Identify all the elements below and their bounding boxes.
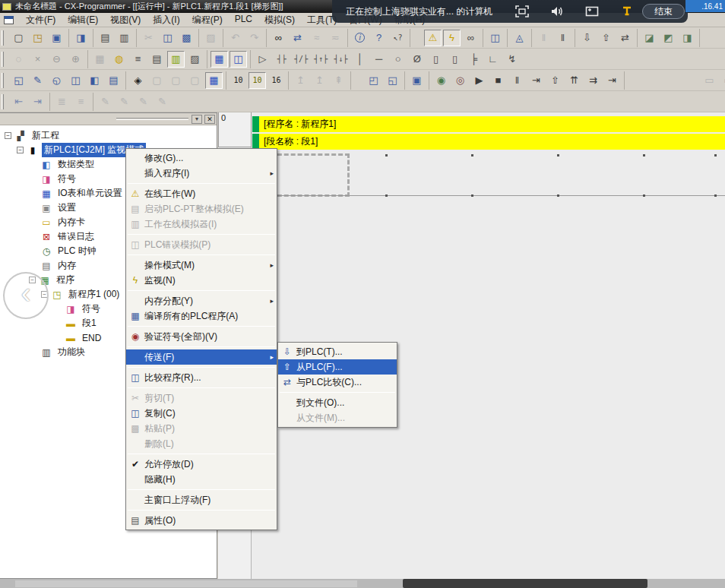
- step-over-button[interactable]: ⇈: [565, 72, 583, 89]
- address-reference-button[interactable]: ⇄: [289, 30, 306, 46]
- menu-view[interactable]: 视图(V): [104, 12, 147, 28]
- submenu-from-plc[interactable]: ⇧从PLC(F)...: [278, 359, 397, 375]
- find-button[interactable]: ∞: [270, 30, 287, 46]
- tree-expander-icon[interactable]: −: [17, 147, 24, 153]
- paste-button[interactable]: ▩: [178, 30, 195, 46]
- monitor-signed-decimal-button[interactable]: 10: [249, 72, 266, 89]
- local-symbols-button[interactable]: ▥: [167, 51, 185, 68]
- menu-file[interactable]: 文件(F): [20, 12, 62, 28]
- zoom-in-button[interactable]: ⊕: [67, 51, 84, 68]
- tree-expander-icon[interactable]: −: [5, 132, 11, 139]
- context-allow-docking[interactable]: ✔允许停放(D): [126, 457, 277, 472]
- end-remote-button[interactable]: 结束: [642, 4, 685, 19]
- io-comment-button[interactable]: ▤: [148, 51, 166, 68]
- compare-with-plc-toolbar-button[interactable]: ⇄: [616, 30, 634, 46]
- menu-program[interactable]: 编程(P): [186, 12, 229, 28]
- double-window-button[interactable]: ◫: [67, 72, 84, 89]
- submenu-compare-with-plc[interactable]: ⇄与PLC比较(C)...: [278, 375, 397, 390]
- monitor-decimal-button[interactable]: 10: [230, 72, 247, 89]
- work-online-simulator-toolbar-button[interactable]: ◬: [511, 30, 528, 46]
- context-work-online[interactable]: ⚠在线工作(W): [126, 186, 277, 201]
- menu-simulation[interactable]: 模拟(S): [258, 12, 301, 28]
- step-into-button[interactable]: ⇧: [546, 72, 564, 89]
- rung-numbers-button[interactable]: ▨: [186, 51, 204, 68]
- fullscreen-icon[interactable]: [514, 5, 530, 18]
- new-file-button[interactable]: ▢: [10, 30, 27, 46]
- ct-view-button[interactable]: ◫: [230, 51, 247, 68]
- taskbar-segment-dark[interactable]: [403, 579, 647, 588]
- pause-simulator-button[interactable]: ◉: [432, 72, 450, 89]
- copy-button[interactable]: ◫: [159, 30, 176, 46]
- run-to-end-button[interactable]: ⇥: [603, 72, 621, 89]
- window-properties-button[interactable]: ▤: [105, 72, 122, 89]
- context-hide[interactable]: 隐藏(H): [126, 472, 277, 487]
- send-changes-button[interactable]: ◩: [660, 30, 677, 46]
- coil-closed-button[interactable]: Ø: [408, 51, 426, 68]
- symbol-table-button[interactable]: ◍: [110, 51, 128, 68]
- context-insert-program[interactable]: 插入程序(I)▸: [126, 166, 277, 181]
- stop-button[interactable]: ■: [489, 72, 507, 89]
- contact-down-button[interactable]: ┤↓├: [331, 51, 350, 68]
- fb-invoke-button[interactable]: ╞: [465, 51, 483, 68]
- about-button[interactable]: i: [351, 30, 369, 46]
- sound-icon[interactable]: [549, 5, 565, 18]
- context-memory-allocation[interactable]: 内存分配(Y)▸: [126, 293, 277, 308]
- online-simulator-button[interactable]: ◫: [486, 30, 504, 46]
- menu-edit[interactable]: 编辑(E): [62, 12, 104, 28]
- tools-icon[interactable]: [619, 5, 635, 18]
- rung-comment-button[interactable]: ≡: [129, 51, 147, 68]
- print-button[interactable]: ▤: [97, 30, 114, 46]
- context-compile-all-plc-programs[interactable]: ▦编译所有的PLC程序(A): [126, 308, 277, 324]
- io-table-window-button[interactable]: ▦: [205, 72, 223, 89]
- monitor-hex-button[interactable]: 16: [268, 72, 285, 89]
- context-transfer[interactable]: 传送(F)▸: [126, 349, 277, 365]
- views-table-button[interactable]: ▦: [211, 51, 228, 68]
- context-float-in-main-window[interactable]: 主窗口上浮动(F): [126, 492, 277, 507]
- continuous-step-button[interactable]: ⇉: [584, 72, 602, 89]
- save-window-data-button[interactable]: ◰: [365, 72, 382, 89]
- new-window-button[interactable]: ◱: [10, 72, 27, 89]
- scan-run-button[interactable]: ◎: [451, 72, 469, 89]
- zoom-out-button[interactable]: ⊖: [48, 51, 65, 68]
- select-mode-button[interactable]: ▷: [254, 51, 271, 68]
- pause-simulation-button[interactable]: ‖: [508, 72, 526, 89]
- work-online-toolbar-button[interactable]: ⚠: [424, 30, 442, 46]
- context-monitor[interactable]: ϟ监视(N): [126, 273, 277, 288]
- contact-up-button[interactable]: ┤↑├: [312, 51, 330, 68]
- context-verify-symbols-all[interactable]: ◉验证符号(全部)(V): [126, 329, 277, 344]
- print-preview-button[interactable]: ▥: [116, 30, 133, 46]
- zoom-select-button[interactable]: ◌: [10, 51, 27, 68]
- instruction-button[interactable]: ▯: [427, 51, 445, 68]
- step-run-button[interactable]: ⇥: [527, 72, 545, 89]
- tree-item-new-project[interactable]: −▞新工程: [0, 128, 217, 143]
- window-icon[interactable]: [584, 5, 600, 18]
- menu-plc[interactable]: PLC: [229, 12, 258, 28]
- horizontal-line-button[interactable]: ─: [370, 51, 388, 68]
- connect-line-button[interactable]: ∟: [484, 51, 502, 68]
- download-to-plc-button[interactable]: ⇩: [578, 30, 596, 46]
- split-window-button[interactable]: ◧: [86, 72, 103, 89]
- simulator-settings-button[interactable]: ▣: [408, 72, 426, 89]
- help-button[interactable]: ?: [370, 30, 388, 46]
- edit-window-button[interactable]: ✎: [29, 72, 46, 89]
- release-online-edit-button[interactable]: ◨: [679, 30, 696, 46]
- grid-toggle-button[interactable]: ▦: [91, 51, 109, 68]
- tree-combo-button[interactable]: ▾: [192, 115, 202, 124]
- menu-insert[interactable]: 插入(I): [147, 12, 185, 28]
- context-modify[interactable]: 修改(G)...: [126, 150, 277, 166]
- tree-close-button[interactable]: ✕: [204, 115, 215, 124]
- pause-button[interactable]: ‖: [554, 30, 571, 46]
- indent-increase-button[interactable]: ⇥: [29, 93, 46, 110]
- monitor-all-button[interactable]: ∞: [462, 30, 480, 46]
- zoom-cross-button[interactable]: ×: [29, 51, 46, 68]
- open-file-button[interactable]: ◳: [29, 30, 46, 46]
- online-edit-button[interactable]: ◪: [641, 30, 658, 46]
- context-compare-program[interactable]: ◫比较程序(R)...: [126, 370, 277, 385]
- run-button[interactable]: ▶: [470, 72, 488, 89]
- compare-programs-button[interactable]: ◨: [72, 30, 90, 46]
- contact-open-button[interactable]: ┤├: [273, 51, 290, 68]
- submenu-to-plc[interactable]: ⇩到PLC(T)...: [278, 344, 397, 359]
- context-copy[interactable]: ◫复制(C): [126, 406, 277, 421]
- remote-collapse-arrow[interactable]: ‹: [3, 272, 49, 319]
- context-properties[interactable]: ▤属性(O): [126, 513, 277, 528]
